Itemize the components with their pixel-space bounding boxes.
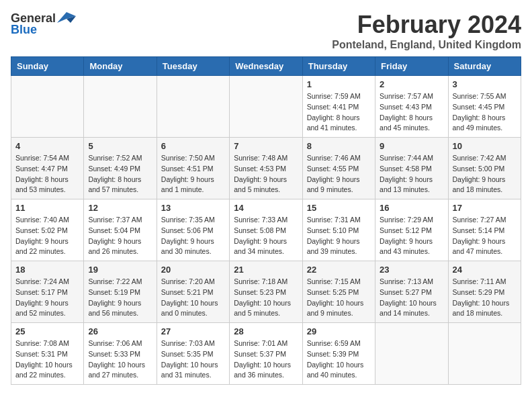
calendar-cell: 17Sunrise: 7:27 AM Sunset: 5:14 PM Dayli… (448, 199, 521, 261)
calendar-cell: 24Sunrise: 7:11 AM Sunset: 5:29 PM Dayli… (448, 261, 521, 323)
weekday-header-monday: Monday (84, 57, 157, 76)
day-info: Sunrise: 7:03 AM Sunset: 5:35 PM Dayligh… (161, 338, 225, 381)
calendar-cell (448, 323, 521, 385)
day-info: Sunrise: 7:55 AM Sunset: 4:45 PM Dayligh… (453, 91, 517, 134)
calendar-cell: 8Sunrise: 7:46 AM Sunset: 4:55 PM Daylig… (302, 138, 375, 199)
day-number: 6 (161, 141, 225, 151)
day-number: 20 (161, 265, 225, 275)
day-info: Sunrise: 7:48 AM Sunset: 4:53 PM Dayligh… (234, 153, 298, 195)
day-info: Sunrise: 7:20 AM Sunset: 5:21 PM Dayligh… (161, 277, 225, 319)
day-info: Sunrise: 7:13 AM Sunset: 5:27 PM Dayligh… (380, 277, 443, 319)
day-number: 11 (15, 203, 79, 213)
calendar-cell: 27Sunrise: 7:03 AM Sunset: 5:35 PM Dayli… (157, 323, 229, 385)
calendar-week-3: 11Sunrise: 7:40 AM Sunset: 5:02 PM Dayli… (11, 199, 521, 261)
calendar-cell: 26Sunrise: 7:06 AM Sunset: 5:33 PM Dayli… (84, 323, 157, 385)
weekday-header-wednesday: Wednesday (230, 57, 302, 76)
day-info: Sunrise: 7:35 AM Sunset: 5:06 PM Dayligh… (161, 215, 225, 257)
calendar-cell: 19Sunrise: 7:22 AM Sunset: 5:19 PM Dayli… (84, 261, 157, 323)
day-info: Sunrise: 7:42 AM Sunset: 5:00 PM Dayligh… (453, 153, 517, 195)
day-number: 23 (380, 265, 443, 275)
logo-text-blue: Blue (11, 23, 37, 37)
calendar-cell: 3Sunrise: 7:55 AM Sunset: 4:45 PM Daylig… (448, 76, 521, 138)
day-info: Sunrise: 7:46 AM Sunset: 4:55 PM Dayligh… (307, 153, 371, 195)
day-info: Sunrise: 7:33 AM Sunset: 5:08 PM Dayligh… (234, 215, 298, 257)
calendar-cell: 18Sunrise: 7:24 AM Sunset: 5:17 PM Dayli… (11, 261, 84, 323)
day-number: 28 (234, 326, 298, 336)
day-number: 18 (15, 265, 79, 275)
calendar-week-5: 25Sunrise: 7:08 AM Sunset: 5:31 PM Dayli… (11, 323, 521, 385)
day-info: Sunrise: 7:27 AM Sunset: 5:14 PM Dayligh… (453, 215, 517, 257)
day-info: Sunrise: 7:31 AM Sunset: 5:10 PM Dayligh… (307, 215, 371, 257)
calendar-cell: 5Sunrise: 7:52 AM Sunset: 4:49 PM Daylig… (84, 138, 157, 199)
calendar-week-2: 4Sunrise: 7:54 AM Sunset: 4:47 PM Daylig… (11, 138, 521, 199)
day-number: 24 (453, 265, 517, 275)
day-info: Sunrise: 7:54 AM Sunset: 4:47 PM Dayligh… (15, 153, 79, 195)
weekday-header-thursday: Thursday (302, 57, 375, 76)
main-title: February 2024 (332, 11, 521, 39)
header: General Blue February 2024 Ponteland, En… (11, 11, 521, 51)
day-info: Sunrise: 7:24 AM Sunset: 5:17 PM Dayligh… (15, 277, 79, 319)
calendar-cell (375, 323, 448, 385)
calendar-cell: 11Sunrise: 7:40 AM Sunset: 5:02 PM Dayli… (11, 199, 84, 261)
calendar-cell: 14Sunrise: 7:33 AM Sunset: 5:08 PM Dayli… (230, 199, 302, 261)
day-info: Sunrise: 7:08 AM Sunset: 5:31 PM Dayligh… (15, 338, 79, 381)
day-info: Sunrise: 7:18 AM Sunset: 5:23 PM Dayligh… (234, 277, 298, 319)
weekday-header-sunday: Sunday (11, 57, 84, 76)
calendar-cell: 7Sunrise: 7:48 AM Sunset: 4:53 PM Daylig… (230, 138, 302, 199)
day-number: 16 (380, 203, 443, 213)
day-info: Sunrise: 7:57 AM Sunset: 4:43 PM Dayligh… (380, 91, 443, 134)
calendar-cell: 6Sunrise: 7:50 AM Sunset: 4:51 PM Daylig… (157, 138, 229, 199)
calendar: SundayMondayTuesdayWednesdayThursdayFrid… (11, 56, 521, 385)
calendar-cell (11, 76, 84, 138)
day-number: 8 (307, 141, 371, 151)
calendar-cell: 16Sunrise: 7:29 AM Sunset: 5:12 PM Dayli… (375, 199, 448, 261)
day-number: 4 (15, 141, 79, 151)
day-number: 14 (234, 203, 298, 213)
logo: General Blue (11, 11, 76, 37)
day-info: Sunrise: 7:37 AM Sunset: 5:04 PM Dayligh… (88, 215, 152, 257)
weekday-header-saturday: Saturday (448, 57, 521, 76)
title-area: February 2024 Ponteland, England, United… (332, 11, 521, 51)
calendar-cell: 25Sunrise: 7:08 AM Sunset: 5:31 PM Dayli… (11, 323, 84, 385)
calendar-cell: 20Sunrise: 7:20 AM Sunset: 5:21 PM Dayli… (157, 261, 229, 323)
day-info: Sunrise: 7:15 AM Sunset: 5:25 PM Dayligh… (307, 277, 371, 319)
calendar-cell: 4Sunrise: 7:54 AM Sunset: 4:47 PM Daylig… (11, 138, 84, 199)
day-number: 15 (307, 203, 371, 213)
calendar-cell: 29Sunrise: 6:59 AM Sunset: 5:39 PM Dayli… (302, 323, 375, 385)
calendar-cell: 21Sunrise: 7:18 AM Sunset: 5:23 PM Dayli… (230, 261, 302, 323)
day-number: 19 (88, 265, 152, 275)
calendar-cell: 2Sunrise: 7:57 AM Sunset: 4:43 PM Daylig… (375, 76, 448, 138)
day-number: 10 (453, 141, 517, 151)
calendar-cell: 13Sunrise: 7:35 AM Sunset: 5:06 PM Dayli… (157, 199, 229, 261)
day-number: 12 (88, 203, 152, 213)
day-number: 21 (234, 265, 298, 275)
day-number: 26 (88, 326, 152, 336)
day-number: 5 (88, 141, 152, 151)
day-number: 17 (453, 203, 517, 213)
calendar-cell (157, 76, 229, 138)
calendar-cell (84, 76, 157, 138)
day-number: 25 (15, 326, 79, 336)
day-number: 27 (161, 326, 225, 336)
day-info: Sunrise: 6:59 AM Sunset: 5:39 PM Dayligh… (307, 338, 371, 381)
day-info: Sunrise: 7:06 AM Sunset: 5:33 PM Dayligh… (88, 338, 152, 381)
day-info: Sunrise: 7:44 AM Sunset: 4:58 PM Dayligh… (380, 153, 443, 195)
weekday-header-friday: Friday (375, 57, 448, 76)
calendar-cell: 22Sunrise: 7:15 AM Sunset: 5:25 PM Dayli… (302, 261, 375, 323)
day-number: 9 (380, 141, 443, 151)
day-info: Sunrise: 7:11 AM Sunset: 5:29 PM Dayligh… (453, 277, 517, 319)
day-number: 13 (161, 203, 225, 213)
day-number: 22 (307, 265, 371, 275)
weekday-header-tuesday: Tuesday (157, 57, 229, 76)
day-info: Sunrise: 7:59 AM Sunset: 4:41 PM Dayligh… (307, 91, 371, 134)
calendar-cell: 15Sunrise: 7:31 AM Sunset: 5:10 PM Dayli… (302, 199, 375, 261)
calendar-cell: 28Sunrise: 7:01 AM Sunset: 5:37 PM Dayli… (230, 323, 302, 385)
day-number: 2 (380, 79, 443, 89)
weekday-header-row: SundayMondayTuesdayWednesdayThursdayFrid… (11, 57, 521, 76)
logo-bird-icon (57, 11, 76, 26)
calendar-cell: 1Sunrise: 7:59 AM Sunset: 4:41 PM Daylig… (302, 76, 375, 138)
day-info: Sunrise: 7:50 AM Sunset: 4:51 PM Dayligh… (161, 153, 225, 195)
day-number: 1 (307, 79, 371, 89)
subtitle: Ponteland, England, United Kingdom (332, 39, 521, 51)
calendar-cell: 12Sunrise: 7:37 AM Sunset: 5:04 PM Dayli… (84, 199, 157, 261)
